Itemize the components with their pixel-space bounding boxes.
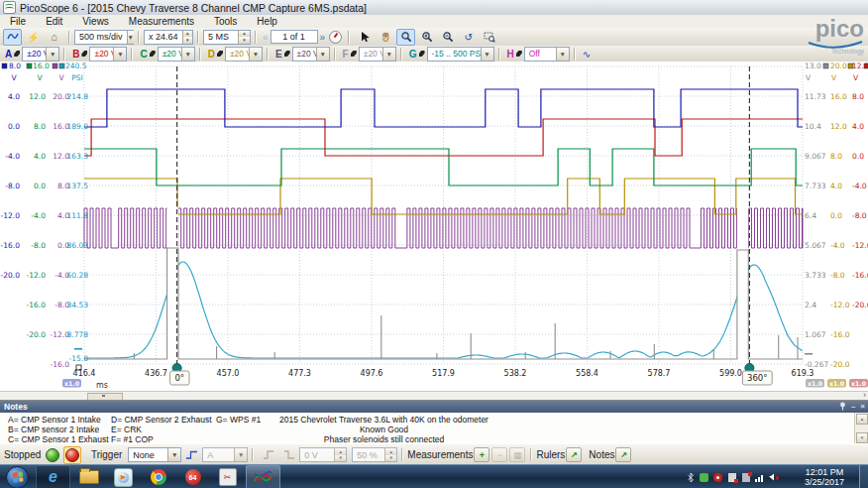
alert-app-icon[interactable] (726, 472, 737, 483)
spin-down-icon[interactable]: ▼ (183, 37, 192, 44)
zoom-window-tool-button[interactable] (396, 29, 415, 46)
channel-g-range-select[interactable]: -15 .. 500 PSI▼ (427, 47, 494, 61)
waveform-plot[interactable]: 0°360°4.00.0-4.0-8.0-12.0-16.0-20.012.08… (0, 61, 868, 391)
axis-tick-label: 214.8 (67, 92, 89, 101)
axis-color-chip[interactable] (2, 63, 7, 68)
stop-capture-button[interactable] (63, 446, 81, 464)
menu-tools[interactable]: Tools (204, 16, 247, 27)
channel-c-range-select[interactable]: ±20 V▼ (158, 47, 195, 61)
taskbar-media-player[interactable]: ▶ (107, 466, 140, 488)
taskbar-file-explorer[interactable] (72, 466, 105, 488)
axis-tick-label: 189.0 (67, 122, 89, 131)
chevron-down-icon[interactable]: ▼ (481, 48, 493, 61)
hand-tool-button[interactable] (376, 29, 394, 46)
menu-file[interactable]: File (0, 16, 36, 27)
notes-panel-header[interactable]: Notes – × (0, 401, 868, 413)
zoom-out-tool-button[interactable] (438, 29, 457, 46)
notes-label: Notes (589, 449, 614, 460)
pin-icon[interactable] (839, 402, 846, 411)
network-icon[interactable] (754, 472, 765, 483)
channel-d-range-select[interactable]: ±20 V▼ (225, 47, 263, 61)
zoom-in-tool-button[interactable] (417, 29, 436, 46)
channel-b-range-select[interactable]: ±20 V▼ (89, 47, 127, 61)
axis-color-chip[interactable] (823, 63, 828, 68)
prev-waveform-button[interactable]: « (261, 32, 271, 43)
scroll-down-icon[interactable]: ▼ (856, 432, 868, 443)
axis-color-chip[interactable] (53, 63, 57, 68)
axis-tick-label: -16.0 (830, 330, 850, 339)
axis-color-chip[interactable] (864, 63, 868, 68)
start-capture-button[interactable] (46, 448, 59, 462)
spin-down-icon[interactable]: ▼ (239, 37, 250, 44)
title-bar[interactable]: PicoScope 6 - [2015 Chevy Traverse 8 Cha… (0, 0, 868, 16)
x-unit-label: ms (96, 381, 108, 390)
notes-body[interactable]: A= CMP Sensor 1 IntakeB= CMP sensor 2 In… (0, 413, 868, 444)
undo-zoom-button[interactable]: ↺ (459, 29, 478, 46)
menu-measurements[interactable]: Measurements (119, 16, 204, 27)
channel-f-range-select[interactable]: ±20 V▼ (359, 47, 396, 61)
taskbar-app-64[interactable]: 64 (176, 466, 209, 488)
chevron-down-icon[interactable]: ▼ (167, 448, 180, 461)
axis-tick-label: -20.0 (830, 360, 850, 369)
channel-a-range-select[interactable]: ±20 V▼ (22, 47, 59, 61)
start-button[interactable] (6, 466, 29, 488)
show-desktop-button[interactable] (859, 465, 868, 488)
rulers-button[interactable]: ↗ (566, 447, 582, 462)
menu-help[interactable]: Help (247, 16, 287, 27)
bluetooth-icon[interactable] (685, 472, 696, 483)
axis-tick-label: -16.0 (852, 271, 868, 280)
taskbar-picoscope-active[interactable] (246, 465, 280, 488)
axis-tick-label: -8.0 (852, 211, 867, 220)
taskbar-clock[interactable]: 12:01 PM 3/25/2017 (793, 467, 856, 487)
channel-h-range-select[interactable]: Off▼ (524, 47, 570, 61)
add-measurement-button[interactable]: + (474, 447, 489, 462)
scroll-up-icon[interactable]: ▲ (856, 414, 868, 425)
notes-scrollbar[interactable]: ▲ ▼ (854, 413, 868, 444)
axis-color-chip[interactable] (27, 63, 32, 68)
menu-edit[interactable]: Edit (36, 16, 72, 27)
connect-device-button[interactable]: ⚡ (24, 29, 43, 46)
volume-muted-icon[interactable]: × (768, 472, 779, 483)
taskbar-internet-explorer[interactable]: e (36, 465, 70, 488)
picoscope-app-icon (3, 1, 16, 14)
chevron-down-icon[interactable]: ▼ (316, 48, 329, 61)
chevron-down-icon[interactable]: ▼ (46, 48, 58, 61)
axis-tick-label: 4.0 (852, 122, 864, 131)
axis-color-chip[interactable] (59, 63, 64, 68)
minimize-panel-icon[interactable]: – (851, 402, 855, 411)
home-button[interactable]: ⌂ (45, 29, 63, 46)
trigger-edge-button[interactable] (182, 446, 201, 463)
delete-measurement-button: ▦ (509, 447, 525, 462)
channel-e-label: E (272, 49, 284, 60)
chevron-down-icon[interactable]: ▼ (181, 48, 194, 61)
chevron-down-icon[interactable]: ▼ (556, 48, 569, 61)
timebase-select[interactable]: 500 ms/div ▼ (74, 30, 134, 45)
taskbar-snipping-tool[interactable]: ✂ (211, 466, 244, 488)
next-waveform-button[interactable]: » (318, 32, 328, 43)
trigger-mode-select[interactable]: None ▼ (128, 447, 181, 462)
taskbar-chrome[interactable] (142, 466, 174, 488)
messenger-icon[interactable] (699, 472, 709, 483)
signal-generator-icon[interactable]: ∿ (583, 49, 591, 60)
close-panel-icon[interactable]: × (860, 402, 865, 411)
buffer-navigator-icon[interactable] (329, 31, 342, 44)
channel-zero-marker[interactable] (805, 353, 813, 355)
sample-count-spinner[interactable]: 5 MS ▲▼ (203, 30, 251, 45)
chevron-down-icon[interactable]: ▼ (249, 48, 262, 61)
chevron-down-icon[interactable]: ▼ (113, 48, 126, 61)
channel-e-range-select[interactable]: ±20 V▼ (292, 47, 330, 61)
pointer-tool-button[interactable] (355, 29, 374, 46)
clock-app-icon[interactable] (712, 472, 723, 483)
flag-app-icon[interactable] (740, 472, 751, 483)
scope-view-button[interactable] (3, 29, 22, 46)
channel-zero-marker[interactable] (74, 348, 82, 350)
notes-button[interactable]: ↗ (615, 447, 631, 462)
home-icon: ⌂ (51, 31, 57, 43)
scroll-right-icon[interactable]: › (863, 390, 866, 400)
menu-views[interactable]: Views (72, 16, 119, 27)
marquee-zoom-button[interactable] (480, 29, 498, 46)
chevron-down-icon[interactable]: ▼ (382, 48, 395, 61)
zoom-factor-spinner[interactable]: x 24.64 ▲▼ (144, 30, 193, 45)
chevron-down-icon[interactable]: ▼ (127, 31, 134, 44)
probe-icon (419, 51, 425, 57)
